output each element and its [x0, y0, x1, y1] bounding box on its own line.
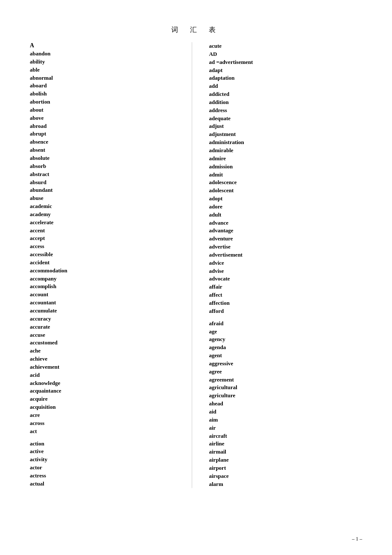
list-item: addicted: [209, 90, 363, 98]
list-item: accuse: [30, 331, 183, 339]
list-item: afraid: [209, 320, 363, 328]
list-item: accommodation: [30, 267, 183, 275]
list-item: abuse: [30, 194, 183, 202]
list-item: adapt: [209, 66, 363, 75]
list-item: accompany: [30, 275, 183, 283]
list-item: agricultural: [209, 384, 363, 392]
list-item: abundant: [30, 186, 183, 194]
list-item: advantage: [209, 227, 363, 235]
list-item: aggressive: [209, 360, 363, 368]
page-number: – 1 –: [352, 536, 362, 542]
list-item: adventure: [209, 235, 363, 243]
list-item: AD: [209, 50, 363, 58]
list-item: adaptation: [209, 74, 363, 82]
list-item: affection: [209, 299, 363, 307]
list-item: above: [30, 114, 183, 122]
list-item: achievement: [30, 363, 183, 371]
list-item: accumulate: [30, 307, 183, 315]
list-item: agenda: [209, 344, 363, 352]
list-item: abortion: [30, 98, 183, 106]
list-item: afford: [209, 307, 363, 315]
list-item: abandon: [30, 50, 183, 58]
section-header: A: [30, 42, 183, 49]
list-item: aim: [209, 416, 363, 424]
list-item: academic: [30, 202, 183, 211]
list-item: affair: [209, 283, 363, 291]
list-item: academy: [30, 211, 183, 219]
list-item: acute: [209, 42, 363, 50]
list-item: acquire: [30, 395, 183, 403]
list-item: about: [30, 106, 183, 114]
list-item: activity: [30, 456, 183, 464]
list-item: accuracy: [30, 315, 183, 323]
list-item: administration: [209, 139, 363, 147]
list-item: alarm: [209, 480, 363, 489]
page: 词 汇 表 Aabandonabilityableabnormalaboarda…: [0, 0, 392, 522]
list-item: abstract: [30, 171, 183, 179]
list-item: actual: [30, 480, 183, 488]
spacer: [30, 436, 183, 440]
list-item: address: [209, 107, 363, 115]
list-item: advocate: [209, 275, 363, 283]
list-item: absence: [30, 138, 183, 146]
list-item: account: [30, 291, 183, 299]
list-item: abolish: [30, 90, 183, 98]
list-item: act: [30, 428, 183, 436]
list-item: abnormal: [30, 74, 183, 82]
page-title: 词 汇 表: [30, 26, 362, 35]
list-item: airspace: [209, 472, 363, 480]
list-item: admit: [209, 171, 363, 179]
word-columns: Aabandonabilityableabnormalaboardabolish…: [30, 42, 362, 488]
list-item: affect: [209, 291, 363, 299]
list-item: ahead: [209, 400, 363, 408]
list-item: accountant: [30, 299, 183, 307]
list-item: adolescent: [209, 187, 363, 195]
list-item: admirable: [209, 147, 363, 155]
list-item: active: [30, 448, 183, 456]
list-item: able: [30, 66, 183, 74]
list-item: adolescence: [209, 179, 363, 187]
right-column: acuteADad =advertisementadaptadaptationa…: [192, 42, 363, 488]
list-item: achieve: [30, 355, 183, 363]
list-item: agent: [209, 352, 363, 360]
list-item: across: [30, 419, 183, 428]
list-item: acquisition: [30, 403, 183, 411]
list-item: aircraft: [209, 432, 363, 440]
list-item: aboard: [30, 82, 183, 90]
list-item: advertisement: [209, 251, 363, 259]
list-item: adjustment: [209, 130, 363, 139]
list-item: advice: [209, 259, 363, 267]
list-item: airport: [209, 464, 363, 472]
list-item: acquaintance: [30, 387, 183, 395]
list-item: accomplish: [30, 283, 183, 291]
list-item: accent: [30, 227, 183, 235]
list-item: admire: [209, 155, 363, 163]
list-item: accustomed: [30, 339, 183, 347]
list-item: add: [209, 82, 363, 90]
list-item: agriculture: [209, 392, 363, 400]
spacer: [209, 315, 363, 320]
list-item: agreement: [209, 376, 363, 384]
list-item: accurate: [30, 323, 183, 331]
list-item: ache: [30, 347, 183, 355]
list-item: agency: [209, 335, 363, 344]
list-item: airline: [209, 440, 363, 448]
list-item: adopt: [209, 195, 363, 203]
list-item: airplane: [209, 456, 363, 464]
list-item: advertise: [209, 243, 363, 251]
list-item: airmail: [209, 448, 363, 456]
list-item: actress: [30, 472, 183, 480]
left-column: Aabandonabilityableabnormalaboardabolish…: [30, 42, 192, 488]
list-item: accelerate: [30, 219, 183, 227]
list-item: ad =advertisement: [209, 58, 363, 66]
list-item: action: [30, 440, 183, 448]
list-item: adore: [209, 203, 363, 211]
list-item: aid: [209, 408, 363, 416]
list-item: abroad: [30, 122, 183, 130]
list-item: accept: [30, 234, 183, 243]
list-item: advise: [209, 267, 363, 275]
list-item: absurd: [30, 179, 183, 187]
list-item: absent: [30, 146, 183, 154]
list-item: air: [209, 424, 363, 432]
list-item: acre: [30, 411, 183, 419]
